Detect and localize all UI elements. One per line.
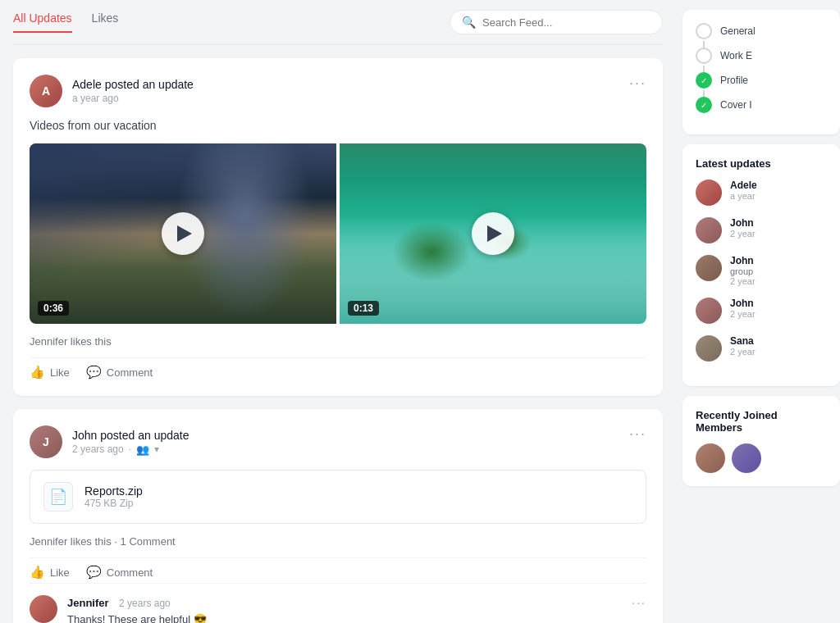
post-header-1: A Adele posted an update a year ago ··· — [30, 75, 646, 107]
comment-button-2[interactable]: 💬 Comment — [86, 565, 153, 580]
latest-updates-panel: Latest updates Adele a year John 2 year … — [682, 144, 840, 386]
play-button-2[interactable] — [472, 212, 514, 255]
visibility-icon: ▾ — [154, 443, 159, 455]
post-header-2: J John posted an update 2 years ago · 👥 … — [30, 425, 646, 458]
avatar-adele: A — [30, 75, 62, 107]
latest-avatar-4 — [696, 298, 722, 324]
latest-text-1: Adele a year — [730, 180, 757, 201]
member-avatar-2[interactable] — [732, 443, 761, 473]
latest-avatar-5 — [696, 335, 722, 362]
comment-avatar-jennifer — [30, 595, 57, 623]
comment-icon-1: 💬 — [86, 365, 102, 380]
video-thumb-1[interactable]: 0:36 — [30, 143, 336, 324]
latest-text-3: John group 2 year — [730, 255, 756, 286]
video-thumb-2[interactable]: 0:13 — [340, 143, 646, 324]
search-icon: 🔍 — [462, 16, 476, 29]
latest-name-2: John — [730, 217, 756, 229]
post-author-text-1: Adele posted an update a year ago — [72, 78, 194, 104]
tab-likes[interactable]: Likes — [92, 11, 119, 33]
step-circle-cover: ✓ — [696, 97, 712, 113]
recently-joined-title: Recently Joined Members — [696, 409, 827, 434]
step-profile: ✓ Profile — [696, 72, 827, 89]
right-sidebar: General Work E ✓ Profile ✓ Cover I Lates… — [676, 0, 840, 623]
comment-author-name: Jennifer — [67, 597, 109, 609]
step-label-cover: Cover I — [720, 99, 752, 111]
post-author-name-1: Adele posted an update — [72, 78, 194, 91]
post-time-1: a year ago — [72, 93, 194, 104]
post-meta-2: 2 years ago · 👥 ▾ — [72, 443, 189, 456]
completion-steps: General Work E ✓ Profile ✓ Cover I — [696, 23, 827, 113]
comment-label-2: Comment — [107, 566, 153, 579]
file-icon: 📄 — [43, 482, 73, 512]
play-button-1[interactable] — [162, 212, 204, 255]
latest-time-1: a year — [730, 191, 757, 201]
file-meta: 475 KB Zip — [84, 498, 143, 509]
step-cover: ✓ Cover I — [696, 97, 827, 113]
tab-all-updates[interactable]: All Updates — [13, 11, 72, 33]
post-card-2: J John posted an update 2 years ago · 👥 … — [13, 409, 663, 623]
file-info: Reports.zip 475 KB Zip — [84, 484, 143, 509]
latest-desc-3: group — [730, 266, 756, 276]
step-general: General — [696, 23, 827, 39]
latest-time-3: 2 year — [730, 276, 756, 286]
likes-text-2: Jennifer likes this · 1 Comment — [30, 535, 646, 548]
latest-item-3: John group 2 year — [696, 255, 827, 286]
post-author-name-2: John posted an update — [72, 429, 189, 442]
step-circle-work — [696, 48, 712, 64]
videos-grid-1: 0:36 0:13 — [30, 143, 646, 324]
file-attachment[interactable]: 📄 Reports.zip 475 KB Zip — [30, 470, 646, 524]
latest-time-2: 2 year — [730, 229, 756, 239]
recently-joined-panel: Recently Joined Members — [682, 396, 840, 486]
step-circle-profile: ✓ — [696, 72, 712, 89]
main-feed: All Updates Likes 🔍 A Adele posted an up… — [0, 0, 676, 623]
search-input[interactable] — [482, 16, 651, 29]
step-circle-general — [696, 23, 712, 39]
avatar-john: J — [30, 425, 62, 458]
like-icon-2: 👍 — [30, 565, 45, 580]
more-options-btn-2[interactable]: ··· — [629, 425, 646, 443]
latest-avatar-2 — [696, 217, 722, 243]
comment-more-btn[interactable]: ··· — [632, 596, 646, 609]
post-text-1: Videos from our vacation — [30, 119, 646, 132]
post-author-info-2: J John posted an update 2 years ago · 👥 … — [30, 425, 189, 458]
tabs-bar: All Updates Likes 🔍 — [13, 0, 663, 45]
like-icon-1: 👍 — [30, 365, 45, 380]
comment-author-row: Jennifer 2 years ago — [67, 595, 171, 610]
tab-group: All Updates Likes — [13, 11, 118, 33]
likes-text-1: Jennifer likes this — [30, 335, 646, 348]
latest-time-4: 2 year — [730, 309, 756, 319]
step-label-general: General — [720, 25, 756, 37]
step-label-profile: Profile — [720, 75, 748, 86]
file-name: Reports.zip — [84, 484, 143, 498]
post-time-2: 2 years ago — [72, 443, 124, 455]
latest-name-4: John — [730, 298, 756, 309]
search-bar[interactable]: 🔍 — [450, 10, 663, 34]
video-duration-2: 0:13 — [348, 301, 379, 316]
like-label-1: Like — [50, 366, 70, 379]
comment-bubble: Jennifer 2 years ago ··· Thanks! These a… — [67, 595, 646, 623]
group-icon-2: 👥 — [136, 443, 149, 456]
like-button-2[interactable]: 👍 Like — [30, 565, 70, 580]
post-actions-2: 👍 Like 💬 Comment — [30, 557, 646, 580]
post-card-1: A Adele posted an update a year ago ··· … — [13, 58, 663, 396]
latest-name-1: Adele — [730, 180, 757, 191]
separator: · — [129, 443, 131, 455]
comment-label-1: Comment — [107, 366, 153, 379]
latest-text-4: John 2 year — [730, 298, 756, 319]
latest-text-2: John 2 year — [730, 217, 756, 239]
latest-time-5: 2 year — [730, 347, 756, 357]
step-work: Work E — [696, 48, 827, 64]
comment-button-1[interactable]: 💬 Comment — [86, 365, 153, 380]
profile-completion-panel: General Work E ✓ Profile ✓ Cover I — [682, 10, 840, 134]
latest-item-2: John 2 year — [696, 217, 827, 243]
post-actions-1: 👍 Like 💬 Comment — [30, 357, 646, 380]
latest-updates-title: Latest updates — [696, 157, 827, 170]
like-label-2: Like — [50, 566, 70, 579]
more-options-btn-1[interactable]: ··· — [629, 75, 646, 92]
member-avatar-1[interactable] — [696, 443, 725, 473]
comment-icon-2: 💬 — [86, 565, 102, 580]
like-button-1[interactable]: 👍 Like — [30, 365, 70, 380]
latest-item-1: Adele a year — [696, 180, 827, 206]
post-author-text-2: John posted an update 2 years ago · 👥 ▾ — [72, 429, 189, 456]
comment-section: Jennifer 2 years ago ··· Thanks! These a… — [30, 583, 646, 623]
